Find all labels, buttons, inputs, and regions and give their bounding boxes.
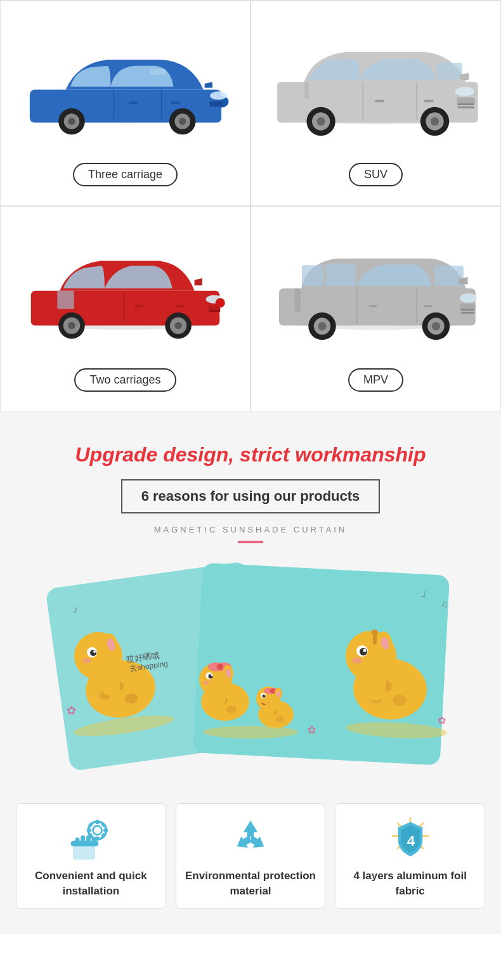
feature-card-environment: Environmental protection material	[176, 803, 326, 909]
svg-rect-138	[96, 820, 99, 824]
mpv-label: MPV	[348, 368, 403, 392]
svg-point-122	[393, 695, 407, 706]
feature-card-installation: Convenient and quick installation	[16, 803, 166, 909]
svg-rect-45	[209, 310, 220, 312]
car-cell-three-carriage: Three carriage	[0, 1, 251, 206]
svg-point-47	[215, 298, 224, 307]
upgrade-section: Upgrade design, strict workmanship 6 rea…	[0, 411, 501, 934]
feature-card-aluminum: 4 4 layers aluminum foil fabric	[335, 803, 485, 909]
svg-point-128	[203, 726, 298, 738]
svg-rect-67	[294, 288, 300, 313]
svg-rect-18	[436, 63, 462, 79]
svg-text:✿: ✿	[308, 725, 316, 735]
svg-point-75	[90, 650, 96, 656]
svg-point-114	[360, 648, 367, 655]
svg-text:✿: ✿	[438, 715, 446, 726]
svg-point-109	[276, 716, 283, 723]
svg-point-77	[82, 658, 91, 663]
svg-text:♩: ♩	[422, 589, 427, 599]
svg-rect-146	[73, 844, 95, 860]
svg-point-137	[93, 826, 102, 835]
suv-label: SUV	[349, 163, 403, 186]
svg-point-76	[93, 650, 96, 653]
svg-point-24	[430, 117, 438, 126]
svg-rect-54	[301, 265, 323, 286]
svg-point-10	[210, 91, 226, 100]
car-image-mpv	[257, 219, 494, 359]
svg-point-94	[203, 681, 209, 685]
car-grid: Three carriage	[0, 0, 501, 411]
svg-point-107	[277, 691, 280, 697]
svg-rect-13	[128, 101, 138, 104]
two-carriages-label: Two carriages	[74, 368, 176, 392]
svg-rect-49	[176, 306, 185, 307]
svg-point-42	[174, 322, 181, 329]
svg-point-7	[179, 118, 186, 125]
three-carriage-label: Three carriage	[73, 163, 178, 186]
car-cell-two-carriages: Two carriages	[0, 206, 251, 411]
svg-rect-69	[424, 306, 432, 307]
svg-point-26	[455, 87, 474, 96]
svg-rect-53	[325, 263, 355, 286]
svg-rect-28	[457, 106, 474, 108]
svg-rect-141	[103, 828, 108, 832]
car-cell-suv: SUV	[251, 1, 501, 206]
svg-point-61	[460, 293, 476, 303]
svg-point-91	[217, 664, 223, 670]
feature-cards: Convenient and quick installation	[10, 803, 491, 909]
feature-label-installation: Convenient and quick installation	[23, 868, 159, 899]
svg-text:♫: ♫	[441, 598, 448, 609]
svg-rect-63	[461, 309, 474, 311]
svg-point-105	[270, 688, 275, 693]
svg-rect-140	[87, 828, 91, 832]
svg-rect-64	[461, 312, 474, 314]
svg-point-116	[352, 657, 362, 664]
svg-point-57	[318, 322, 326, 330]
gear-hand-icon	[68, 816, 113, 861]
feature-label-aluminum: 4 layers aluminum foil fabric	[342, 868, 478, 899]
svg-point-4	[68, 118, 75, 125]
svg-text:✿: ✿	[67, 704, 76, 717]
svg-point-60	[431, 322, 439, 330]
svg-rect-97	[212, 685, 225, 707]
svg-rect-83	[100, 663, 120, 696]
pink-dash	[238, 541, 263, 543]
svg-rect-150	[86, 835, 91, 846]
svg-rect-48	[134, 306, 143, 307]
recycle-icon	[228, 816, 273, 861]
reasons-box: 6 reasons for using our products	[121, 479, 381, 513]
svg-rect-151	[92, 837, 96, 846]
svg-rect-14	[170, 101, 179, 104]
svg-text:4: 4	[407, 832, 415, 849]
shield-4-icon: 4	[388, 816, 433, 861]
upgrade-title: Upgrade design, strict workmanship	[75, 443, 426, 467]
svg-point-39	[68, 322, 75, 329]
svg-rect-33	[304, 82, 309, 98]
svg-rect-31	[375, 100, 384, 103]
svg-point-88	[211, 674, 213, 676]
sunshade-illustration: 哎好晒哦 去shopping ✿ ✿ ✿ ♪ ♩ ♫	[29, 562, 472, 778]
svg-point-81	[125, 693, 138, 704]
svg-rect-9	[209, 101, 223, 106]
svg-point-21	[316, 117, 325, 126]
car-image-suv	[257, 14, 494, 153]
feature-label-environment: Environmental protection material	[183, 868, 319, 899]
svg-point-120	[372, 629, 378, 636]
subtitle-text: MAGNETIC SUNSHADE CURTAIN	[154, 525, 348, 534]
car-cell-mpv: MPV	[251, 206, 501, 411]
svg-point-115	[363, 649, 367, 652]
svg-rect-110	[264, 703, 274, 719]
car-image-three-carriage	[7, 14, 244, 153]
svg-rect-124	[366, 668, 386, 700]
svg-rect-68	[368, 306, 377, 307]
svg-rect-27	[457, 103, 474, 105]
svg-rect-149	[81, 835, 86, 846]
svg-point-96	[226, 706, 237, 713]
car-image-two-carriages	[7, 219, 244, 359]
svg-rect-148	[75, 837, 80, 845]
svg-rect-15	[149, 68, 166, 74]
svg-rect-32	[424, 100, 433, 103]
reasons-text: 6 reasons for using our products	[141, 488, 360, 504]
svg-rect-36	[57, 291, 74, 309]
svg-point-102	[264, 694, 266, 695]
